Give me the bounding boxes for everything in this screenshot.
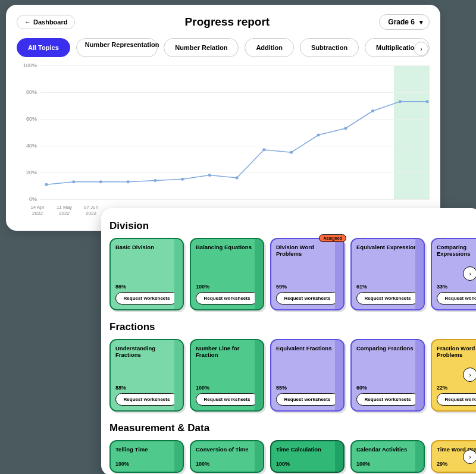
header: ← Dashboard Progress report Grade 6	[17, 14, 430, 30]
svg-point-8	[262, 148, 265, 151]
svg-point-7	[236, 177, 239, 180]
tab-all-topics[interactable]: All Topics	[17, 38, 70, 57]
row-scroll-right-button[interactable]: ›	[463, 266, 476, 281]
svg-point-6	[208, 174, 211, 177]
topic-card[interactable]: Balancing Equations100%Request worksheet…	[190, 238, 264, 310]
topic-filter-tabs: All Topics Number Representation Number …	[17, 38, 430, 57]
cards-row: Understanding Fractions88%Request worksh…	[109, 339, 476, 412]
card-percentage: 59%	[276, 284, 339, 290]
card-percentage: 33%	[437, 284, 476, 290]
card-title: Number Line for Fraction	[196, 345, 258, 359]
x-tick-label: 14 Apr2022	[23, 205, 52, 216]
card-percentage: 22%	[437, 385, 476, 391]
card-percentage: 100%	[196, 385, 258, 391]
tab-number-representation[interactable]: Number Representation	[76, 38, 158, 57]
request-worksheets-button[interactable]: Request worksheets	[437, 393, 476, 406]
card-percentage: 60%	[356, 385, 419, 391]
card-title: Comparing Expressions	[437, 244, 476, 258]
card-title: Basic Division	[115, 244, 178, 250]
card-percentage: 100%	[196, 461, 258, 467]
cards-row: Telling Time100%Conversion of Time100%Ti…	[109, 440, 476, 473]
request-worksheets-button[interactable]: Request worksheets	[196, 393, 258, 406]
request-worksheets-button[interactable]: Request worksheets	[115, 393, 178, 406]
request-worksheets-button[interactable]: Request worksheets	[356, 292, 419, 305]
topic-card[interactable]: Understanding Fractions88%Request worksh…	[109, 339, 184, 412]
request-worksheets-button[interactable]: Request worksheets	[356, 393, 419, 406]
svg-point-4	[154, 179, 156, 182]
card-title: Division Word Problems	[276, 244, 339, 258]
svg-point-3	[127, 180, 130, 183]
card-title: Telling Time	[115, 446, 178, 453]
section-title: Fractions	[109, 321, 476, 333]
tab-subtraction[interactable]: Subtraction	[300, 38, 359, 57]
svg-point-1	[72, 180, 75, 183]
x-tick-label: 11 May2022	[49, 205, 79, 216]
topic-card[interactable]: Equivalent Expression61%Request workshee…	[350, 238, 425, 310]
topic-card[interactable]: Basic Division86%Request worksheets	[109, 238, 184, 310]
y-tick-label: 0%	[19, 196, 37, 202]
request-worksheets-button[interactable]: Request worksheets	[115, 292, 178, 305]
topic-card[interactable]: Time Calculation100%	[270, 440, 345, 473]
svg-point-10	[317, 134, 320, 137]
svg-point-14	[426, 100, 429, 103]
card-title: Equivalent Fractions	[276, 345, 339, 351]
card-percentage: 100%	[356, 461, 419, 467]
progress-chart: 0%20%40%60%80%100% 14 Apr202211 May20220…	[17, 65, 430, 217]
card-title: Fraction Word Problems	[437, 345, 476, 359]
topic-card[interactable]: Equivalent Fractions55%Request worksheet…	[270, 339, 345, 412]
row-scroll-right-button[interactable]: ›	[463, 450, 476, 464]
section-title: Measurement & Data	[109, 422, 476, 434]
tab-addition[interactable]: Addition	[245, 38, 294, 57]
topics-panel: DivisionBasic Division86%Request workshe…	[101, 208, 476, 474]
card-percentage: 100%	[276, 461, 339, 467]
tab-number-relation[interactable]: Number Relation	[164, 38, 239, 57]
card-percentage: 86%	[115, 284, 178, 290]
tabs-scroll-right-button[interactable]: ›	[414, 42, 428, 56]
y-tick-label: 100%	[19, 62, 37, 68]
card-percentage: 88%	[115, 385, 178, 391]
card-title: Conversion of Time	[196, 446, 258, 453]
page-title: Progress report	[185, 15, 270, 29]
card-title: Balancing Equations	[196, 244, 258, 250]
card-percentage: 55%	[276, 385, 339, 391]
progress-panel: ← Dashboard Progress report Grade 6 All …	[6, 5, 440, 231]
svg-point-12	[371, 109, 374, 112]
card-title: Time Calculation	[276, 446, 339, 453]
arrow-left-icon: ←	[24, 18, 31, 26]
svg-point-13	[399, 100, 402, 103]
y-tick-label: 60%	[19, 116, 37, 122]
card-title: Calendar Activities	[356, 446, 419, 453]
topic-card[interactable]: Calendar Activities100%	[350, 440, 425, 473]
card-title: Understanding Fractions	[115, 345, 178, 359]
chart-line	[40, 65, 433, 199]
chevron-right-icon: ›	[420, 45, 422, 52]
grade-selector[interactable]: Grade 6	[379, 14, 430, 30]
svg-point-0	[45, 183, 48, 186]
topic-card[interactable]: Telling Time100%	[109, 440, 184, 473]
request-worksheets-button[interactable]: Request worksheets	[276, 393, 339, 406]
topic-card[interactable]: Conversion of Time100%	[190, 440, 264, 473]
dashboard-back-button[interactable]: ← Dashboard	[17, 15, 75, 29]
row-scroll-right-button[interactable]: ›	[463, 368, 476, 382]
card-percentage: 100%	[196, 284, 258, 290]
cards-row: Basic Division86%Request worksheetsBalan…	[109, 238, 476, 310]
topic-card[interactable]: Number Line for Fraction100%Request work…	[190, 339, 264, 412]
back-label: Dashboard	[33, 18, 67, 26]
grade-label: Grade 6	[388, 18, 415, 26]
card-percentage: 100%	[115, 461, 178, 467]
card-title: Equivalent Expression	[356, 244, 419, 250]
svg-point-11	[344, 127, 347, 130]
y-tick-label: 20%	[19, 169, 37, 175]
request-worksheets-button[interactable]: Request worksheets	[437, 292, 476, 305]
card-title: Comparing Fractions	[356, 345, 419, 351]
svg-point-2	[99, 180, 102, 183]
topic-card[interactable]: Division Word Problems59%Request workshe…	[270, 238, 345, 310]
topic-card[interactable]: Comparing Fractions60%Request worksheets	[350, 339, 425, 412]
y-tick-label: 40%	[19, 143, 37, 149]
svg-point-5	[181, 178, 184, 181]
y-tick-label: 80%	[19, 89, 37, 95]
request-worksheets-button[interactable]: Request worksheets	[196, 292, 258, 305]
assigned-badge: Assigned	[319, 234, 346, 242]
request-worksheets-button[interactable]: Request worksheets	[276, 292, 339, 305]
section-title: Division	[109, 220, 476, 232]
